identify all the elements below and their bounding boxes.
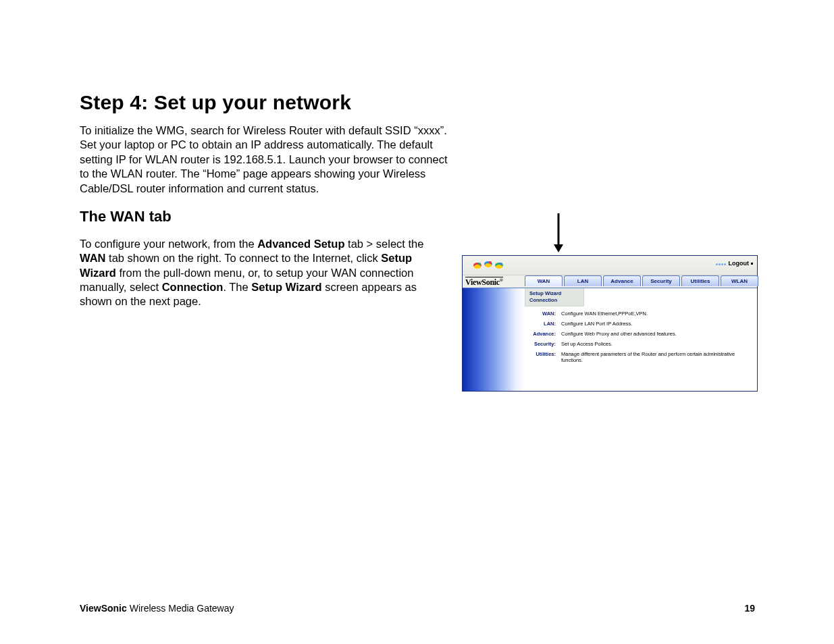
viewsonic-birds-icon <box>468 257 515 272</box>
router-main: Setup Wizard Connection WAN: Configure W… <box>525 288 757 391</box>
section-heading: The WAN tab <box>80 208 755 225</box>
svg-point-7 <box>489 261 492 264</box>
bold-text: Advanced Setup <box>257 238 344 250</box>
item-desc: Configure LAN Port IP Address. <box>561 321 754 327</box>
wan-submenu[interactable]: Setup Wizard Connection <box>525 288 584 306</box>
logout-label: Logout <box>729 260 750 267</box>
intro-paragraph: To initialize the WMG, search for Wirele… <box>80 124 458 196</box>
item-label: Utilities: <box>525 351 561 363</box>
text-span: To configure your network, from the <box>80 238 257 250</box>
item-label: LAN: <box>525 321 561 327</box>
footer-brand: ViewSonic <box>80 603 127 614</box>
document-page: Step 4: Set up your network To initializ… <box>0 0 834 644</box>
item-label: Security: <box>525 341 561 347</box>
router-topbar: Logout <box>463 256 757 275</box>
bold-text: Setup Wizard <box>251 281 321 293</box>
tab-wan[interactable]: WAN <box>525 275 563 286</box>
bold-text: WAN <box>80 252 106 264</box>
item-label: WAN: <box>525 311 561 317</box>
item-desc: Set up Access Polices. <box>561 341 754 347</box>
text-span: tab > select the <box>344 238 423 250</box>
router-tabs-row: ViewSonic® WAN LAN Advance Security Util… <box>463 275 757 288</box>
list-item: WAN: Configure WAN Ethernet,PPPoE,VPN. <box>525 308 754 319</box>
step-title: Step 4: Set up your network <box>80 91 755 114</box>
router-tabs: WAN LAN Advance Security Utilities WLAN <box>525 275 758 286</box>
footer-product: Wireless Media Gateway <box>127 603 234 614</box>
page-number: 19 <box>744 603 755 614</box>
body-paragraph: To configure your network, from the Adva… <box>80 237 444 309</box>
svg-point-4 <box>478 263 481 265</box>
svg-point-10 <box>500 263 502 265</box>
page-footer: ViewSonic Wireless Media Gateway 19 <box>80 603 755 614</box>
tab-wlan[interactable]: WLAN <box>721 275 758 286</box>
viewsonic-wordmark: ViewSonic® <box>465 277 503 288</box>
list-item: LAN: Configure LAN Port IP Address. <box>525 319 754 329</box>
router-description-list: WAN: Configure WAN Ethernet,PPPoE,VPN. L… <box>525 308 754 365</box>
list-item: Advance: Configure Web Proxy and other a… <box>525 329 754 339</box>
logout-link[interactable]: Logout <box>716 260 754 267</box>
tab-security[interactable]: Security <box>642 275 680 286</box>
item-desc: Configure WAN Ethernet,PPPoE,VPN. <box>561 311 754 317</box>
router-admin-screenshot: Logout ViewSonic® WAN LAN Advance Securi… <box>462 255 758 392</box>
tab-lan[interactable]: LAN <box>564 275 602 286</box>
item-desc: Configure Web Proxy and other advanced f… <box>561 331 754 337</box>
submenu-connection[interactable]: Connection <box>529 297 579 304</box>
item-desc: Manage different parameters of the Route… <box>561 351 754 363</box>
text-span: tab shown on the right. To connect to th… <box>106 252 382 264</box>
submenu-setup-wizard[interactable]: Setup Wizard <box>529 290 579 297</box>
brand-text: ViewSonic <box>465 277 500 287</box>
logout-square-icon <box>751 263 753 265</box>
router-left-gradient <box>463 288 525 391</box>
router-body: Setup Wizard Connection WAN: Configure W… <box>463 288 757 391</box>
list-item: Security: Set up Access Polices. <box>525 339 754 349</box>
logout-dots-icon <box>716 261 727 267</box>
registered-mark: ® <box>500 277 503 283</box>
tab-advance[interactable]: Advance <box>603 275 641 286</box>
footer-left: ViewSonic Wireless Media Gateway <box>80 603 234 614</box>
list-item: Utilities: Manage different parameters o… <box>525 349 754 365</box>
text-span: . The <box>223 281 251 293</box>
bold-text: Connection <box>162 281 224 293</box>
tab-utilities[interactable]: Utilities <box>681 275 719 286</box>
item-label: Advance: <box>525 331 561 337</box>
